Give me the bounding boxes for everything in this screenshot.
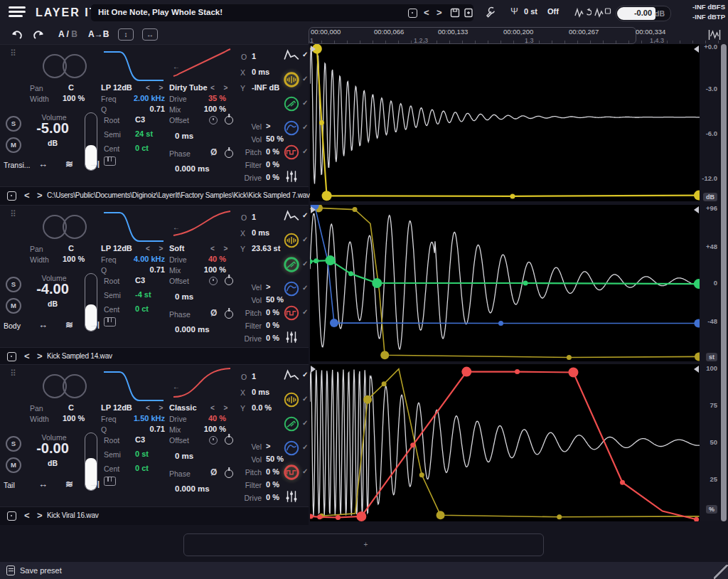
pitch-env-check[interactable]: ✓ — [302, 99, 308, 107]
random-sample-icon[interactable] — [7, 352, 16, 361]
drive-env-check[interactable]: ✓ — [302, 147, 308, 155]
env-x-value[interactable]: 0 ms — [252, 68, 269, 76]
pitch-env-icon[interactable] — [283, 256, 300, 273]
vol-mod-value[interactable]: 50 % — [266, 455, 284, 463]
drive-envelope-point[interactable] — [515, 369, 520, 374]
piano-icon[interactable] — [104, 477, 116, 486]
drive-env-icon[interactable] — [283, 144, 300, 161]
drive-nav-arrows[interactable]: < > — [210, 84, 231, 92]
next-sample-button[interactable]: > — [37, 190, 43, 201]
q-value[interactable]: 0.71 — [125, 105, 165, 113]
pitch-mod-value[interactable]: 0 % — [266, 147, 279, 156]
redo-icon[interactable] — [31, 29, 46, 41]
drive-env-check[interactable]: ✓ — [302, 308, 308, 316]
wave-save-icon[interactable] — [594, 7, 611, 18]
pan-value[interactable]: C — [68, 403, 74, 412]
drive-type[interactable]: Soft — [169, 244, 184, 253]
drive-curve[interactable] — [168, 45, 236, 83]
offset-clock-icon[interactable] — [209, 436, 218, 445]
offset-value[interactable]: 0 ms — [175, 132, 193, 140]
volume-env-icon[interactable] — [283, 232, 300, 249]
wave-undo-icon[interactable] — [574, 7, 592, 18]
env-o-value[interactable]: 1 — [252, 213, 256, 221]
waves-mode-icon[interactable]: ≋ — [65, 319, 73, 330]
mixer-icon[interactable] — [283, 168, 300, 185]
sample-file-name[interactable]: Kick Viral 16.wav — [47, 511, 99, 519]
root-value[interactable]: C3 — [135, 435, 145, 444]
range-end-marker[interactable] — [694, 366, 699, 373]
drive-value[interactable]: 40 % — [192, 414, 226, 423]
env-shape-check[interactable]: ✓ — [302, 51, 308, 58]
pan-knob-right[interactable] — [63, 54, 87, 78]
filter-envelope-point[interactable] — [694, 319, 700, 328]
q-value[interactable]: 0.71 — [125, 265, 165, 274]
preset-name-box[interactable]: Hit One Note, Play Whole Stack! < > — [91, 4, 473, 21]
volume-envelope-point[interactable] — [567, 355, 572, 360]
volume-envelope-point[interactable] — [353, 207, 358, 212]
undo-icon[interactable] — [10, 29, 24, 41]
menu-icon[interactable] — [9, 6, 26, 19]
env-y-value[interactable]: 23.63 st — [252, 244, 280, 253]
ab-copy-button[interactable]: A→B — [88, 29, 109, 39]
pitch-envelope-point[interactable] — [325, 255, 335, 265]
drive-type[interactable]: Dirty Tube — [169, 83, 208, 92]
filter-env-icon[interactable] — [283, 280, 300, 297]
pitch-envelope-point[interactable] — [310, 259, 313, 264]
sample-file-name[interactable]: Kick Sampled 14.wav — [47, 352, 112, 360]
vel-value[interactable]: > — [266, 442, 270, 450]
vertical-scrollbar[interactable] — [721, 44, 727, 521]
semi-value[interactable]: 24 st — [135, 129, 153, 138]
waves-mode-icon[interactable]: ≋ — [65, 479, 73, 489]
snap-end-icon[interactable]: →| — [90, 320, 100, 329]
volume-envelope-line[interactable] — [310, 49, 699, 196]
next-preset-button[interactable]: > — [437, 7, 442, 18]
cent-value[interactable]: 0 ct — [135, 304, 149, 313]
volume-value[interactable]: -4.00 — [18, 281, 87, 297]
drive-envelope-point[interactable] — [356, 511, 366, 521]
stereo-spread-icon[interactable]: ↔ — [38, 159, 48, 169]
freq-value[interactable]: 1.50 kHz — [125, 414, 165, 423]
volume-env-icon[interactable] — [283, 71, 300, 88]
filter-type[interactable]: LP 12dB — [101, 83, 132, 92]
pitch-env-check[interactable]: ✓ — [302, 419, 308, 427]
semi-value[interactable]: -4 st — [135, 290, 151, 299]
prev-sample-button[interactable]: < — [24, 510, 30, 521]
volume-envelope-point[interactable] — [419, 472, 424, 477]
filter-nav-arrows[interactable]: < > — [146, 404, 166, 412]
pan-value[interactable]: C — [68, 83, 74, 92]
filter-env-icon[interactable] — [283, 440, 300, 457]
mix-value[interactable]: 100 % — [192, 105, 226, 113]
drive-mod-value[interactable]: 0 % — [266, 493, 279, 501]
sample-file-name[interactable]: C:\Users\Public\Documents\Diginoiz\Layer… — [47, 191, 310, 199]
resize-grip[interactable] — [714, 565, 728, 579]
envelope-shape-icon[interactable] — [283, 367, 300, 384]
drive-envelope-point[interactable] — [317, 514, 322, 519]
pitch-envelope-point[interactable] — [314, 258, 318, 263]
vel-value[interactable]: > — [266, 122, 270, 130]
filter-nav-arrows[interactable]: < > — [146, 84, 166, 92]
filter-curve[interactable] — [101, 366, 166, 406]
filter-envelope-point[interactable] — [330, 319, 338, 327]
random-sample-icon[interactable] — [7, 191, 16, 201]
drive-mod-value[interactable]: 0 % — [266, 334, 279, 342]
env-x-value[interactable]: 0 ms — [252, 388, 269, 396]
range-end-marker[interactable] — [694, 46, 699, 53]
mode-off-value[interactable]: Off — [547, 7, 559, 16]
pan-knob-right[interactable] — [63, 374, 87, 398]
mixer-icon[interactable] — [283, 488, 300, 505]
phase-invert-icon[interactable]: Ø — [210, 308, 217, 318]
volume-envelope-point[interactable] — [382, 381, 387, 386]
volume-envelope-point[interactable] — [510, 193, 515, 198]
phase-invert-icon[interactable]: Ø — [210, 147, 217, 157]
volume-envelope-point[interactable] — [380, 351, 389, 359]
env-o-value[interactable]: 1 — [252, 372, 256, 381]
piano-icon[interactable] — [104, 156, 116, 166]
env-shape-check[interactable]: ✓ — [302, 211, 308, 219]
volume-envelope-line[interactable] — [321, 369, 699, 517]
env-o-value[interactable]: 1 — [252, 52, 256, 60]
width-value[interactable]: 100 % — [63, 94, 85, 102]
drive-curve[interactable] — [168, 206, 236, 244]
volume-envelope-point[interactable] — [694, 191, 700, 201]
save-icon[interactable] — [450, 8, 460, 18]
drive-value[interactable]: 40 % — [192, 255, 226, 263]
